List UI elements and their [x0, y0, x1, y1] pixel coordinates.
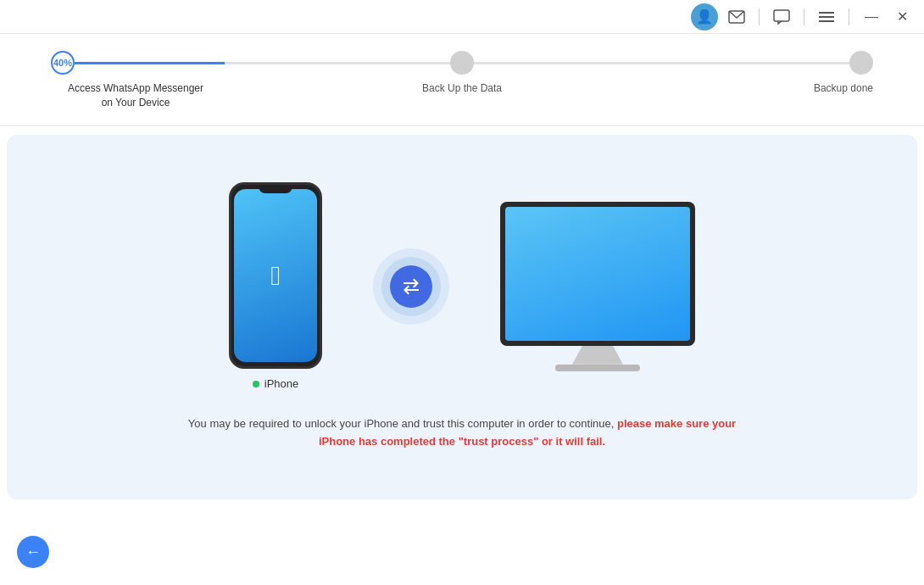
transfer-arrows-icon: [390, 265, 432, 308]
devices-area:  iPhone: [229, 182, 695, 390]
apple-logo-icon: : [270, 260, 281, 292]
progress-track: 40%: [51, 51, 873, 75]
progress-line-2: [474, 62, 849, 64]
step-2-circle: [450, 51, 474, 75]
transfer-icon-container: [373, 248, 449, 325]
step-3-node: [849, 51, 873, 75]
info-text: You may be required to unlock your iPhon…: [165, 415, 759, 451]
divider2: [804, 8, 804, 25]
connected-indicator: [253, 381, 259, 387]
step-1-circle: 40%: [51, 51, 75, 75]
monitor-stand: [572, 346, 623, 365]
title-bar-icons: 👤 — ✕: [691, 3, 914, 31]
mail-icon[interactable]: [725, 5, 749, 29]
step-3-label: Backup done: [704, 81, 873, 110]
main-content:  iPhone: [7, 135, 917, 499]
iphone-screen: : [234, 189, 317, 362]
back-button[interactable]: ←: [17, 536, 49, 568]
step-1-node: 40%: [51, 51, 75, 75]
monitor-base: [555, 365, 640, 371]
step-labels: Access WhatsApp Messenger on Your Device…: [51, 81, 873, 110]
avatar-icon[interactable]: 👤: [691, 3, 718, 31]
step-2-label: Back Up the Data: [377, 81, 547, 110]
iphone-label: iPhone: [253, 377, 298, 390]
divider3: [849, 8, 849, 25]
step-2-node: [450, 51, 474, 75]
step-1-label: Access WhatsApp Messenger on Your Device: [51, 81, 220, 110]
minimize-icon[interactable]: —: [860, 5, 883, 29]
close-icon[interactable]: ✕: [890, 5, 914, 29]
iphone-device: : [229, 182, 322, 369]
monitor-device: [500, 202, 695, 346]
menu-icon[interactable]: [815, 5, 838, 29]
monitor-container: [500, 202, 695, 371]
iphone-container:  iPhone: [229, 182, 322, 390]
progress-area: 40% Access WhatsApp Messenger on Your De…: [0, 34, 924, 126]
title-bar: 👤 — ✕: [0, 0, 924, 34]
divider1: [759, 8, 760, 25]
monitor-screen: [505, 207, 690, 341]
progress-line-1: [75, 62, 450, 64]
chat-icon[interactable]: [770, 5, 793, 29]
step-3-circle: [849, 51, 873, 75]
iphone-notch: [259, 185, 292, 193]
svg-rect-1: [774, 10, 789, 21]
